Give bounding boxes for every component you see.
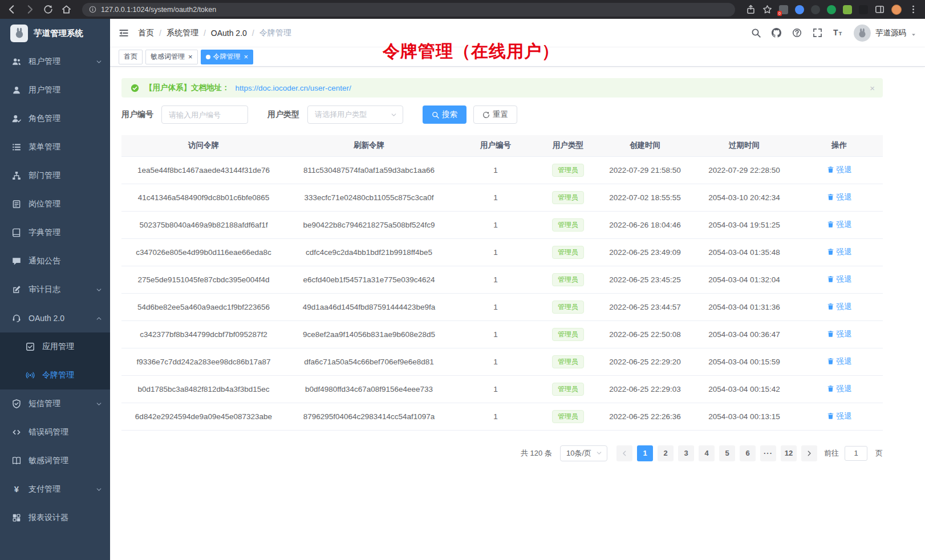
sidebar-item-sms[interactable]: 短信管理 bbox=[0, 389, 110, 418]
force-logout-button[interactable]: 强退 bbox=[827, 302, 852, 312]
browser-menu-icon[interactable] bbox=[908, 5, 918, 14]
refresh-token-cell: dfa6c71a50a54c66bef706ef9e6e8d81 bbox=[286, 348, 452, 375]
app-logo[interactable]: 芋道管理系统 bbox=[0, 19, 110, 47]
extension-icon[interactable] bbox=[795, 5, 804, 14]
back-icon[interactable] bbox=[7, 5, 17, 14]
breadcrumb-item[interactable]: 首页 bbox=[138, 28, 154, 38]
user-menu[interactable]: 芋道源码 bbox=[854, 25, 916, 42]
home-icon[interactable] bbox=[62, 5, 71, 14]
delete-icon bbox=[827, 412, 834, 420]
sidebar-item-dept[interactable]: 部门管理 bbox=[0, 161, 110, 190]
search-icon[interactable] bbox=[751, 28, 761, 38]
hamburger-icon[interactable] bbox=[119, 28, 129, 38]
breadcrumb-item[interactable]: 系统管理 bbox=[167, 28, 198, 38]
column-header: 创建时间 bbox=[597, 135, 693, 156]
sidebar-item-menu[interactable]: 菜单管理 bbox=[0, 133, 110, 161]
forward-icon[interactable] bbox=[25, 5, 35, 14]
force-logout-button[interactable]: 强退 bbox=[827, 274, 852, 285]
share-icon[interactable] bbox=[746, 5, 756, 14]
close-icon[interactable]: × bbox=[244, 53, 249, 60]
user-id-cell: 1 bbox=[452, 266, 539, 293]
page-button-4[interactable]: 4 bbox=[699, 445, 715, 461]
tab-token[interactable]: 令牌管理× bbox=[201, 50, 254, 64]
close-icon[interactable]: × bbox=[188, 53, 193, 60]
page-button-1[interactable]: 1 bbox=[637, 445, 653, 461]
sidebar-item-tenant[interactable]: 租户管理 bbox=[0, 47, 110, 76]
next-page-button[interactable] bbox=[801, 445, 817, 461]
force-logout-button[interactable]: 强退 bbox=[827, 192, 852, 202]
sidebar-item-label: 角色管理 bbox=[29, 113, 60, 124]
sidebar-item-oauth2-app[interactable]: 应用管理 bbox=[0, 332, 110, 361]
force-logout-label: 强退 bbox=[837, 165, 852, 175]
sidebar-item-label: 错误码管理 bbox=[29, 427, 68, 437]
page-button-3[interactable]: 3 bbox=[678, 445, 694, 461]
delete-icon bbox=[827, 166, 834, 173]
table-row: 54d6be82ee5a460a9aedc1f9bf22365649d1aa46… bbox=[121, 293, 883, 320]
sidebar-item-report-designer[interactable]: 报表设计器 bbox=[0, 504, 110, 532]
extension-icon[interactable] bbox=[859, 5, 868, 14]
doc-link[interactable]: https://doc.iocoder.cn/user-center/ bbox=[236, 84, 351, 92]
breadcrumb-separator: / bbox=[159, 29, 161, 38]
search-button[interactable]: 搜索 bbox=[423, 105, 466, 124]
token-icon bbox=[26, 371, 35, 380]
user-type-label: 用户类型 bbox=[267, 109, 299, 120]
page-button-2[interactable]: 2 bbox=[658, 445, 674, 461]
extension-icon[interactable] bbox=[827, 5, 836, 14]
font-size-icon[interactable]: TT bbox=[833, 28, 843, 38]
tab-label: 首页 bbox=[124, 52, 137, 62]
tab-sensitive-word[interactable]: 敏感词管理× bbox=[145, 50, 198, 64]
force-logout-button[interactable]: 强退 bbox=[827, 384, 852, 394]
bookmark-star-icon[interactable] bbox=[762, 5, 772, 14]
url-text: 127.0.0.1:1024/system/oauth2/token bbox=[101, 6, 216, 14]
browser-profile-avatar[interactable] bbox=[891, 5, 902, 15]
access-token-cell: c342377bf8b344799dcbf7bf095287f2 bbox=[121, 320, 286, 348]
force-logout-button[interactable]: 强退 bbox=[827, 329, 852, 339]
sidebar-item-audit-log[interactable]: 审计日志 bbox=[0, 275, 110, 304]
github-icon[interactable] bbox=[772, 28, 781, 38]
force-logout-button[interactable]: 强退 bbox=[827, 220, 852, 230]
delete-icon bbox=[827, 358, 834, 365]
tab-home[interactable]: 首页 bbox=[119, 50, 143, 64]
user-type-select[interactable]: 请选择用户类型 bbox=[307, 105, 403, 124]
sidebar-item-oauth2-token[interactable]: 令牌管理 bbox=[0, 361, 110, 389]
split-view-icon[interactable] bbox=[875, 5, 885, 14]
access-token-cell: 502375b8040a469a9b82188afdf6af1f bbox=[121, 211, 286, 238]
extension-icon[interactable] bbox=[843, 5, 852, 14]
force-logout-button[interactable]: 强退 bbox=[827, 165, 852, 175]
prev-page-button[interactable] bbox=[616, 445, 632, 461]
sidebar-item-sensitive-word[interactable]: 敏感词管理 bbox=[0, 447, 110, 475]
help-icon[interactable] bbox=[792, 28, 802, 38]
sidebar-item-oauth2[interactable]: OAuth 2.0 bbox=[0, 304, 110, 332]
pagination-more[interactable]: ··· bbox=[760, 445, 776, 461]
sidebar-item-label: 岗位管理 bbox=[29, 199, 60, 209]
page-size-select[interactable]: 10条/页 bbox=[560, 445, 607, 461]
page-button-5[interactable]: 5 bbox=[719, 445, 735, 461]
fullscreen-icon[interactable] bbox=[813, 28, 822, 38]
breadcrumb-item[interactable]: OAuth 2.0 bbox=[211, 29, 247, 38]
sidebar-item-post[interactable]: 岗位管理 bbox=[0, 190, 110, 218]
force-logout-button[interactable]: 强退 bbox=[827, 356, 852, 367]
site-info-icon[interactable] bbox=[89, 6, 96, 13]
goto-page-input[interactable] bbox=[845, 446, 867, 461]
user-id-input[interactable] bbox=[161, 105, 248, 124]
close-icon[interactable]: × bbox=[870, 83, 875, 93]
page-button-12[interactable]: 12 bbox=[781, 445, 797, 461]
sidebar-item-role[interactable]: 角色管理 bbox=[0, 104, 110, 133]
reset-button[interactable]: 重置 bbox=[473, 105, 517, 124]
user-type-cell: 管理员 bbox=[539, 293, 597, 320]
address-bar[interactable]: 127.0.0.1:1024/system/oauth2/token bbox=[82, 3, 735, 17]
force-logout-button[interactable]: 强退 bbox=[827, 247, 852, 257]
reload-icon[interactable] bbox=[43, 5, 53, 14]
page-button-6[interactable]: 6 bbox=[740, 445, 756, 461]
sidebar-item-dict[interactable]: 字典管理 bbox=[0, 218, 110, 247]
force-logout-button[interactable]: 强退 bbox=[827, 411, 852, 421]
sidebar-item-error-code[interactable]: 错误码管理 bbox=[0, 418, 110, 447]
extension-icon[interactable]: 0 bbox=[779, 5, 788, 14]
sidebar-item-notice[interactable]: 通知公告 bbox=[0, 247, 110, 275]
extension-icon[interactable] bbox=[811, 5, 820, 14]
sidebar-item-payment[interactable]: ¥支付管理 bbox=[0, 475, 110, 504]
delete-icon bbox=[827, 330, 834, 338]
expire-time-cell: 2054-03-04 19:51:25 bbox=[693, 211, 796, 238]
action-cell: 强退 bbox=[796, 348, 883, 375]
sidebar-item-user[interactable]: 用户管理 bbox=[0, 76, 110, 104]
